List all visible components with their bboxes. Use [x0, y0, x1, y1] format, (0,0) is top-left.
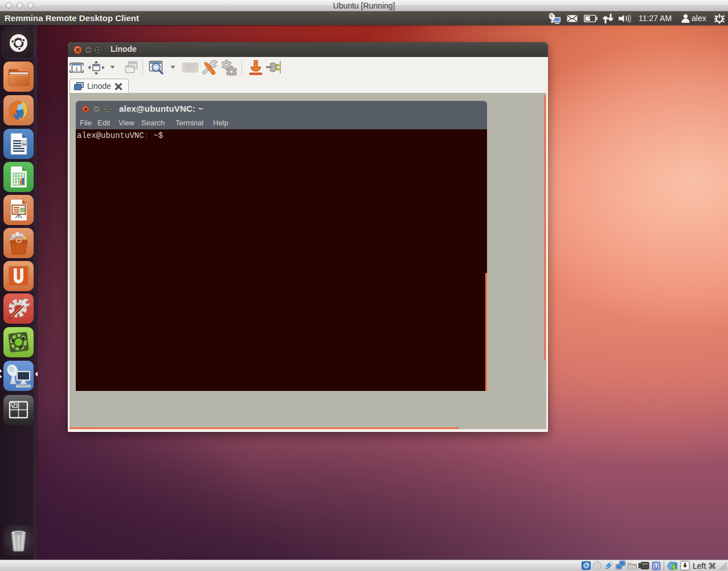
svg-text:1: 1: [75, 66, 78, 72]
